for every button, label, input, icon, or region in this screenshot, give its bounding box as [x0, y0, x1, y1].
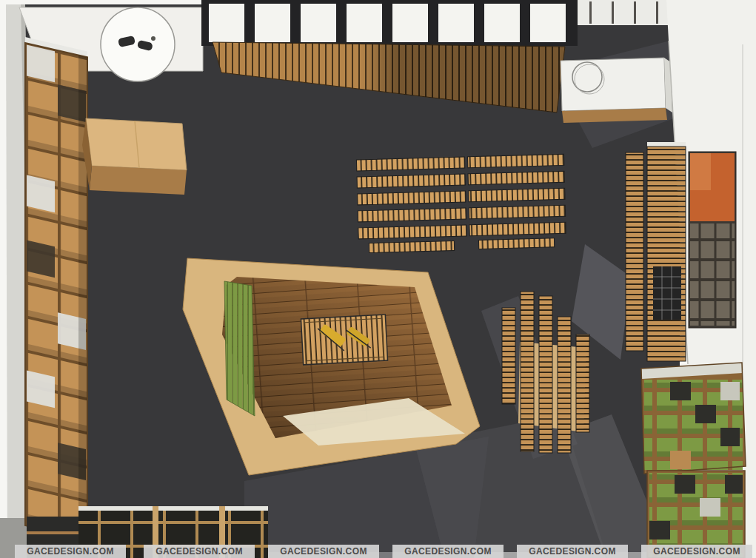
reception-desk [82, 118, 187, 195]
ac-unit [561, 58, 672, 123]
wall-artwork [689, 152, 736, 328]
watermark: GACEDESIGN.COM [268, 545, 379, 558]
interior-render [0, 0, 756, 558]
green-display-strip [224, 281, 255, 416]
green-shelving-unit-upper [641, 363, 746, 474]
watermark: GACEDESIGN.COM [392, 545, 504, 558]
shelf-grid-insert [653, 266, 681, 320]
watermark: GACEDESIGN.COM [15, 545, 126, 558]
watermark: GACEDESIGN.COM [641, 545, 752, 558]
display-table [301, 315, 387, 365]
watermark: GACEDESIGN.COM [517, 545, 628, 558]
render-canvas: GACEDESIGN.COM GACEDESIGN.COM GACEDESIGN… [0, 0, 756, 558]
right-shelving-columns [626, 142, 686, 361]
left-shelving-unit [25, 37, 87, 539]
watermark: GACEDESIGN.COM [144, 545, 255, 558]
